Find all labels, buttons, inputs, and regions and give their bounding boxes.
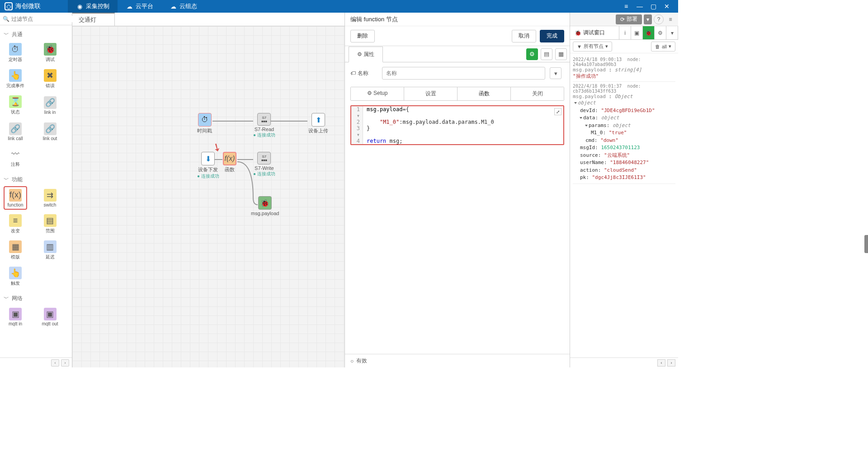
palette-node-mqtt-in[interactable]: ▣mqtt in bbox=[4, 305, 27, 329]
right-sidebar: ⟳部署 ▾ ? ≡ 🐞调试窗口 i ▣ 🐞 ⚙ ▾ ▼所有节点 ▾ 🗑all ▾… bbox=[570, 13, 678, 367]
edit-panel-title: 编辑 function 节点 bbox=[345, 13, 570, 26]
node-device-upload[interactable]: ⬆ 设备上传 bbox=[308, 113, 328, 134]
canvas-area: 交通灯 ⏱ 时间戳 S7■■■ S7-Read ● 连接成功 ⬆ 设备上传 bbox=[72, 13, 344, 367]
nav-cloud-platform[interactable]: ☁云平台 bbox=[118, 0, 161, 13]
appearance-icon[interactable]: ▦ bbox=[555, 48, 567, 60]
titlebar: ◇ 海创微联 ◉采集控制 ☁云平台 ☁云组态 ≡ — ▢ ✕ bbox=[0, 0, 678, 13]
palette-node-link-call[interactable]: 🔗link call bbox=[4, 120, 27, 143]
edit-panel: 编辑 function 节点 删除 取消 完成 ⚙ 属性 ⚙ ▤ ▦ 🏷名称 ▾… bbox=[344, 13, 570, 367]
palette-node-延迟[interactable]: ▥延迟 bbox=[38, 239, 62, 262]
bookmark-icon[interactable]: ▾ bbox=[550, 67, 561, 79]
cloud-icon: ☁ bbox=[170, 3, 177, 10]
config-tab-icon[interactable]: ⚙ bbox=[655, 26, 666, 39]
sidebar-collapse-icon[interactable]: ‹ bbox=[657, 359, 665, 367]
clear-button[interactable]: 🗑all ▾ bbox=[651, 42, 675, 52]
enabled-toggle-icon[interactable]: ○ bbox=[350, 358, 354, 364]
gear-icon: ⚙ bbox=[357, 51, 362, 57]
debug-entry[interactable]: 2022/4/18 09:01:37 node: cb73d6b1343ff63… bbox=[573, 82, 675, 184]
palette-cat-function[interactable]: ﹀功能 bbox=[4, 173, 68, 186]
palette-node-注释[interactable]: 〰注释 bbox=[4, 146, 27, 169]
filter-nodes-dropdown[interactable]: ▼所有节点 ▾ bbox=[573, 42, 612, 52]
palette-node-状态[interactable]: ⌛状态 bbox=[4, 94, 27, 117]
palette-node-模版[interactable]: ▦模版 bbox=[4, 239, 27, 262]
trash-icon: 🗑 bbox=[655, 44, 660, 49]
subtab-setup[interactable]: ⚙ Setup bbox=[351, 87, 404, 100]
done-button[interactable]: 完成 bbox=[540, 30, 564, 42]
palette-node-完成事件[interactable]: 👆完成事件 bbox=[4, 67, 27, 91]
brand-icon: ◇ bbox=[5, 2, 13, 10]
node-s7-read[interactable]: S7■■■ S7-Read ● 连接成功 bbox=[253, 113, 275, 138]
palette-node-switch[interactable]: ⇉switch bbox=[38, 186, 62, 210]
subtab-set[interactable]: 设置 bbox=[404, 87, 458, 100]
dashboard-icon: ◉ bbox=[76, 3, 83, 10]
more-tab-icon[interactable]: ▾ bbox=[666, 26, 678, 39]
palette-expand-icon[interactable]: › bbox=[61, 359, 69, 367]
node-inject-time[interactable]: ⏱ 时间戳 bbox=[197, 113, 212, 134]
flow-tabs: 交通灯 bbox=[72, 13, 344, 26]
bug-icon: 🐞 bbox=[575, 30, 581, 36]
nav-cloud-scada[interactable]: ☁云组态 bbox=[161, 0, 205, 13]
node-debug[interactable]: 🐞 msg.payload bbox=[251, 196, 279, 216]
palette-node-mqtt-out[interactable]: ▣mqtt out bbox=[38, 305, 62, 329]
sidebar-expand-icon[interactable]: › bbox=[667, 359, 675, 367]
brand: ◇ 海创微联 bbox=[5, 2, 41, 10]
palette-cat-network[interactable]: ﹀网络 bbox=[4, 292, 68, 305]
cloud-icon: ☁ bbox=[126, 3, 133, 10]
name-input[interactable] bbox=[382, 67, 545, 80]
chevron-down-icon: ﹀ bbox=[4, 295, 9, 302]
flow-canvas[interactable]: ⏱ 时间戳 S7■■■ S7-Read ● 连接成功 ⬆ 设备上传 ⬇ 设备下发… bbox=[72, 26, 344, 367]
deploy-dropdown[interactable]: ▾ bbox=[644, 14, 652, 24]
menu-icon[interactable]: ≡ bbox=[665, 14, 675, 24]
palette-node-范围[interactable]: ▤范围 bbox=[38, 212, 62, 236]
delete-button[interactable]: 删除 bbox=[350, 30, 375, 42]
code-editor[interactable]: ⤢ 1 ▾msg.payload={ 2 "M1_0":msg.payload.… bbox=[350, 105, 564, 145]
palette-node-function[interactable]: f(x)function bbox=[4, 186, 27, 210]
palette-node-调试[interactable]: 🐞调试 bbox=[38, 41, 62, 65]
palette-search-input[interactable] bbox=[11, 16, 79, 22]
flow-tab[interactable]: 交通灯 bbox=[72, 13, 115, 26]
nav-collect[interactable]: ◉采集控制 bbox=[68, 0, 118, 13]
window-close[interactable]: ✕ bbox=[660, 0, 674, 13]
enabled-label: 有效 bbox=[356, 357, 367, 365]
filter-icon: ▼ bbox=[577, 44, 582, 49]
deploy-icon: ⟳ bbox=[620, 16, 625, 23]
info-tab-icon[interactable]: i bbox=[619, 26, 631, 39]
properties-tab[interactable]: ⚙ 属性 bbox=[349, 47, 383, 62]
help-tab-icon[interactable]: ▣ bbox=[631, 26, 643, 39]
debug-entry[interactable]: 2022/4/18 09:00:13 node: 24a4a107abad90b… bbox=[573, 55, 675, 82]
palette-node-link-out[interactable]: 🔗link out bbox=[38, 120, 62, 143]
cancel-button[interactable]: 取消 bbox=[512, 30, 536, 42]
palette-node-触发[interactable]: 👆触发 bbox=[4, 265, 27, 288]
palette-cat-common[interactable]: ﹀共通 bbox=[4, 28, 68, 41]
palette-collapse-icon[interactable]: ‹ bbox=[51, 359, 59, 367]
search-icon: 🔍 bbox=[3, 16, 9, 22]
chevron-down-icon: ﹀ bbox=[4, 31, 9, 38]
debug-tab[interactable]: 🐞调试窗口 bbox=[570, 26, 619, 39]
chevron-down-icon: ﹀ bbox=[4, 176, 9, 183]
window-minimize[interactable]: — bbox=[633, 0, 646, 13]
palette-search[interactable]: 🔍 bbox=[0, 13, 72, 25]
window-maximize[interactable]: ▢ bbox=[646, 0, 660, 13]
node-device-download[interactable]: ⬇ 设备下发 ● 连接成功 bbox=[197, 152, 219, 179]
subtab-close[interactable]: 关闭 bbox=[511, 87, 564, 100]
settings-icon[interactable]: ⚙ bbox=[526, 48, 538, 60]
doc-icon[interactable]: ▤ bbox=[541, 48, 552, 60]
debug-tab-icon[interactable]: 🐞 bbox=[643, 26, 655, 39]
node-palette: 🔍 ﹀共通 ⏱定时器🐞调试👆完成事件✖错误⌛状态🔗link in🔗link ca… bbox=[0, 13, 72, 367]
tag-icon: 🏷 bbox=[350, 70, 356, 76]
palette-node-改变[interactable]: ≡改变 bbox=[4, 212, 27, 236]
help-icon[interactable]: ? bbox=[654, 14, 664, 24]
subtab-function[interactable]: 函数 bbox=[458, 87, 511, 100]
brand-text: 海创微联 bbox=[15, 2, 41, 10]
gear-icon: ⚙ bbox=[367, 90, 372, 96]
palette-node-定时器[interactable]: ⏱定时器 bbox=[4, 41, 27, 65]
node-s7-write[interactable]: S7■■■ S7-Write ● 连接成功 bbox=[253, 152, 275, 177]
deploy-button[interactable]: ⟳部署 bbox=[616, 14, 642, 24]
expand-icon[interactable]: ⤢ bbox=[554, 108, 561, 115]
node-function[interactable]: f(x) 函数 bbox=[223, 152, 236, 173]
palette-node-错误[interactable]: ✖错误 bbox=[38, 67, 62, 91]
menu-icon[interactable]: ≡ bbox=[619, 0, 633, 13]
palette-node-link-in[interactable]: 🔗link in bbox=[38, 94, 62, 117]
name-label: 🏷名称 bbox=[350, 70, 377, 77]
